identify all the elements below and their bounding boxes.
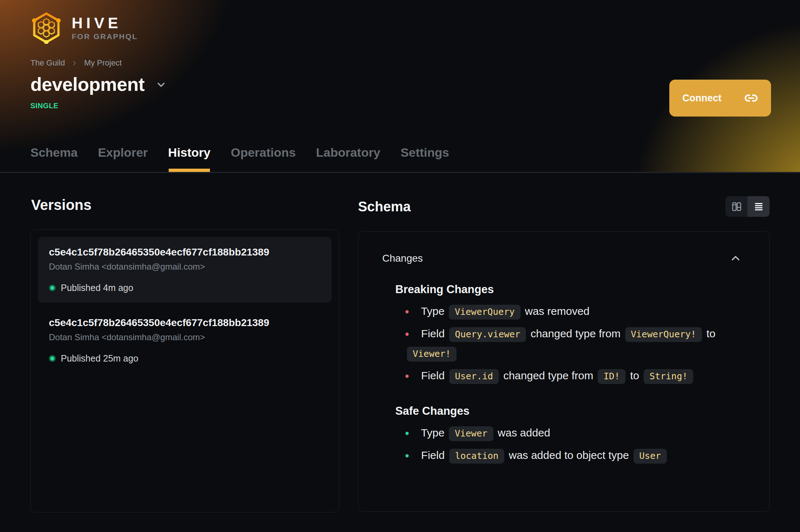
safe-bullet-icon: [405, 454, 409, 457]
change-text: Field: [421, 328, 445, 339]
hive-logo[interactable]: HIVE FOR GRAPHQL: [30, 12, 138, 44]
tab-laboratory[interactable]: Laboratory: [316, 145, 380, 172]
schema-header-row: Schema: [358, 196, 770, 217]
breadcrumb: The Guild My Project: [30, 58, 800, 68]
published-dot-icon: [49, 355, 56, 362]
page-title: development: [30, 73, 144, 95]
breaking-bullet-icon: [405, 333, 409, 336]
version-status: Published 4m ago: [61, 283, 133, 293]
change-text: Field: [421, 449, 445, 461]
code-chip: String!: [644, 369, 693, 384]
tab-schema[interactable]: Schema: [30, 145, 77, 172]
connect-button-label: Connect: [682, 93, 721, 104]
versions-heading: Versions: [31, 196, 339, 214]
code-chip: User: [633, 449, 667, 464]
hive-hexagon-icon: [30, 12, 62, 44]
columns-icon: [731, 201, 742, 212]
breaking-bullet-icon: [405, 375, 409, 378]
version-author: Dotan Simha <dotansimha@gmail.com>: [49, 262, 321, 272]
safe-bullet-icon: [405, 432, 409, 435]
code-chip: User.id: [449, 369, 499, 384]
schema-column: Schema: [358, 196, 770, 512]
version-status-row: Published 4m ago: [49, 283, 321, 293]
versions-column: Versions c5e4c1c5f78b26465350e4ecf677cf1…: [30, 196, 339, 512]
change-text: was added to object type: [509, 449, 629, 461]
schema-changes-panel: Changes Breaking Changes Type ViewerQuer…: [358, 231, 770, 512]
code-chip: ID!: [598, 369, 626, 384]
published-dot-icon: [49, 284, 56, 291]
code-chip: ViewerQuery!: [625, 327, 702, 342]
change-text: changed type from: [503, 370, 593, 381]
change-text: was removed: [525, 305, 589, 317]
version-status-row: Published 25m ago: [49, 353, 321, 364]
chevron-up-icon[interactable]: [730, 253, 741, 264]
code-chip: Query.viewer: [449, 327, 526, 342]
tab-explorer[interactable]: Explorer: [98, 145, 148, 172]
change-item: Field location was added to object type …: [405, 446, 727, 465]
app-header: HIVE FOR GRAPHQL The Guild My Project de…: [0, 0, 800, 173]
versions-panel: c5e4c1c5f78b26465350e4ecf677cf188bb21389…: [30, 229, 339, 512]
change-item: Type Viewer was added: [405, 423, 727, 443]
change-text: to: [630, 370, 639, 381]
version-list-item[interactable]: c5e4c1c5f78b26465350e4ecf677cf188bb21389…: [38, 308, 332, 373]
chevron-right-icon: [71, 60, 77, 66]
view-mode-toggle: [725, 196, 770, 217]
diff-view-button[interactable]: [725, 196, 748, 217]
change-text: Type: [421, 427, 445, 439]
version-author: Dotan Simha <dotansimha@gmail.com>: [49, 332, 321, 342]
brand-name: HIVE: [72, 15, 138, 31]
version-status: Published 25m ago: [61, 353, 138, 364]
changes-collapsible-header[interactable]: Changes: [382, 253, 741, 264]
main-nav-tabs: Schema Explorer History Operations Labor…: [30, 145, 449, 172]
changes-header-label: Changes: [382, 253, 423, 264]
version-list-item[interactable]: c5e4c1c5f78b26465350e4ecf677cf188bb21389…: [38, 237, 332, 303]
changes-body: Breaking Changes Type ViewerQuery was re…: [382, 283, 741, 465]
tab-settings[interactable]: Settings: [401, 145, 449, 172]
tab-history[interactable]: History: [168, 145, 210, 172]
tab-operations[interactable]: Operations: [231, 145, 296, 172]
change-text: was added: [498, 427, 550, 439]
change-item: Type ViewerQuery was removed: [405, 302, 727, 321]
version-hash: c5e4c1c5f78b26465350e4ecf677cf188bb21389: [49, 246, 321, 258]
code-chip: location: [449, 449, 504, 464]
safe-changes-heading: Safe Changes: [395, 405, 727, 418]
main-content: Versions c5e4c1c5f78b26465350e4ecf677cf1…: [0, 173, 800, 512]
connect-button[interactable]: Connect: [669, 80, 771, 117]
link-icon: [744, 91, 758, 105]
chevron-down-icon[interactable]: [155, 79, 167, 90]
code-chip: Viewer: [449, 426, 493, 441]
change-text: to: [706, 328, 715, 339]
breaking-changes-list: Type ViewerQuery was removed Field Query…: [395, 302, 727, 386]
change-item: Field User.id changed type from ID! to S…: [405, 366, 727, 386]
breaking-bullet-icon: [405, 310, 409, 313]
breaking-changes-heading: Breaking Changes: [395, 283, 727, 296]
breadcrumb-project[interactable]: My Project: [84, 58, 122, 68]
list-view-button[interactable]: [748, 196, 770, 217]
brand-tagline: FOR GRAPHQL: [72, 32, 138, 41]
change-text: changed type from: [531, 328, 620, 339]
breadcrumb-org[interactable]: The Guild: [30, 58, 65, 68]
change-text: Field: [421, 370, 445, 381]
code-chip: ViewerQuery: [449, 305, 521, 320]
safe-changes-list: Type Viewer was added Field location was…: [395, 423, 727, 465]
change-item: Field Query.viewer changed type from Vie…: [405, 324, 727, 363]
schema-heading: Schema: [358, 196, 411, 215]
code-chip: Viewer!: [407, 347, 456, 362]
version-hash: c5e4c1c5f78b26465350e4ecf677cf188bb21389: [49, 317, 321, 329]
change-text: Type: [421, 305, 445, 317]
rows-icon: [753, 201, 764, 212]
